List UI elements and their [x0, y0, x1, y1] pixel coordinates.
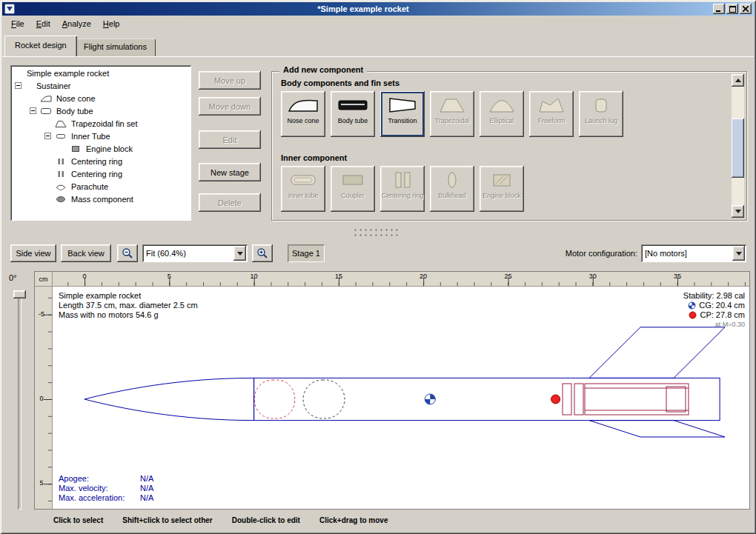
cg-value: CG: 20.4 cm: [699, 301, 745, 310]
minimize-button[interactable]: [713, 4, 725, 14]
magnifier-minus-icon: [122, 247, 133, 259]
rocket-canvas[interactable]: Simple example rocket Length 37.5 cm, ma…: [53, 287, 749, 509]
motor-mount-assembly[interactable]: [563, 384, 689, 415]
collapse-icon[interactable]: [44, 133, 51, 139]
title-bar[interactable]: *Simple example rocket: [2, 2, 754, 16]
rotation-slider-thumb[interactable]: [13, 290, 26, 298]
inner-tube-icon: [55, 132, 67, 141]
delete-button[interactable]: Delete: [199, 193, 261, 212]
combo-dropdown-button[interactable]: [233, 246, 246, 261]
component-tree: Simple example rocket Sustainer Nose con…: [10, 65, 191, 221]
add-coupler-button[interactable]: Coupler: [331, 166, 375, 212]
arrow-down-icon: [735, 210, 741, 216]
window-menu-icon[interactable]: [4, 4, 15, 14]
side-view-button[interactable]: Side view: [10, 244, 56, 262]
add-inner-tube-button[interactable]: Inner tube: [281, 166, 325, 212]
tree-row[interactable]: Simple example rocket: [10, 67, 191, 79]
rocket-fin-top[interactable]: [589, 327, 725, 378]
component-panel-scrollbar[interactable]: [732, 74, 744, 218]
cg-legend-icon: [688, 301, 696, 310]
stage-1-toggle[interactable]: Stage 1: [288, 244, 325, 262]
new-stage-button[interactable]: New stage: [199, 163, 261, 181]
add-nose-cone-button[interactable]: Nose cone: [281, 91, 325, 137]
menu-file[interactable]: File: [5, 17, 30, 31]
tab-rocket-design[interactable]: Rocket design: [4, 36, 77, 56]
motor-configuration-combobox[interactable]: [No motors]: [641, 244, 746, 262]
tree-row[interactable]: Inner Tube: [10, 130, 191, 142]
zoom-in-button[interactable]: [252, 244, 273, 262]
tree-item-label: Parachute: [70, 182, 110, 191]
menu-help[interactable]: Help: [97, 17, 126, 31]
back-view-button[interactable]: Back view: [61, 244, 111, 262]
rocket-mass: Mass with no motors 54.6 g: [59, 310, 198, 320]
add-trapezoidal-fin-button[interactable]: Trapezoidal: [430, 91, 474, 137]
cp-value: CP: 27.8 cm: [700, 310, 745, 320]
max-acceleration-label: Max. acceleration:: [59, 493, 140, 503]
tree-item-label: Centering ring: [70, 170, 124, 178]
scrollbar-thumb[interactable]: [732, 119, 744, 178]
close-button[interactable]: [740, 4, 752, 14]
tree-row[interactable]: Centering ring: [10, 167, 191, 180]
collapse-icon[interactable]: [15, 82, 21, 89]
splitter-handle[interactable]: [351, 226, 399, 236]
rocket-fin-bottom[interactable]: [589, 421, 725, 437]
rocket-name: Simple example rocket: [59, 291, 198, 301]
engine-block-outline: [666, 387, 686, 412]
engine-block-icon: [485, 170, 518, 190]
chevron-down-icon: [237, 252, 243, 258]
rotation-angle-label: 0°: [9, 273, 17, 282]
move-down-button[interactable]: Move down: [199, 97, 261, 116]
zoom-out-button[interactable]: [117, 244, 138, 262]
menu-edit[interactable]: Edit: [30, 17, 56, 31]
ruler-tick-label: 0: [82, 273, 86, 280]
inner-tube-icon: [287, 170, 319, 190]
tree-row[interactable]: Centering ring: [10, 155, 191, 167]
ruler-tick-label: 0: [36, 395, 47, 402]
add-body-tube-button[interactable]: Body tube: [331, 91, 375, 137]
tree-row[interactable]: Parachute: [10, 180, 191, 193]
add-transition-button[interactable]: Transition: [380, 91, 425, 137]
tree-row[interactable]: Engine block: [10, 142, 191, 155]
mass-component-outline[interactable]: [303, 380, 345, 418]
scroll-down-button[interactable]: [732, 205, 744, 218]
add-freeform-fin-button[interactable]: Freeform: [529, 91, 574, 137]
add-bulkhead-button[interactable]: Bulkhead: [430, 166, 474, 212]
combo-dropdown-button[interactable]: [732, 246, 745, 261]
ruler-tick-label: 5: [168, 273, 171, 280]
edit-button[interactable]: Edit: [199, 130, 261, 149]
scroll-up-button[interactable]: [732, 74, 744, 87]
tree-item-label: Simple example rocket: [25, 69, 110, 78]
engine-block-icon: [70, 144, 82, 153]
rocket-body-tube[interactable]: [254, 378, 720, 420]
tree-item-label: Trapezoidal fin set: [70, 119, 139, 128]
add-elliptical-fin-button[interactable]: Elliptical: [480, 91, 524, 137]
add-component-title: Add new component: [279, 65, 367, 74]
body-tube-icon: [336, 95, 369, 116]
coupler-icon: [336, 170, 369, 190]
menu-analyze[interactable]: Analyze: [56, 17, 97, 31]
move-up-button[interactable]: Move up: [199, 71, 261, 90]
tab-flight-simulations[interactable]: Flight simulations: [75, 39, 156, 56]
maximize-button[interactable]: [726, 4, 738, 14]
elliptical-fin-icon: [485, 95, 518, 116]
tree-row[interactable]: Body tube: [10, 104, 191, 117]
centering-ring-outline: [563, 384, 571, 415]
add-centering-ring-button[interactable]: Centering ring: [380, 166, 425, 212]
tree-row[interactable]: Mass component: [10, 193, 191, 205]
tree-row[interactable]: Sustainer: [10, 79, 191, 92]
rocket-design-view: cm 0 5 10 15 20 25 30 35 -5 0 5: [34, 271, 750, 510]
collapse-icon[interactable]: [30, 107, 36, 114]
add-engine-block-button[interactable]: Engine block: [480, 166, 524, 212]
stability-value: Stability: 2.98 cal: [683, 291, 745, 301]
inner-component-label: Inner component: [281, 153, 347, 162]
hint-shift-click: Shift+click to select other: [122, 516, 212, 524]
mass-component-icon: [55, 195, 67, 204]
parachute-outline[interactable]: [255, 380, 295, 418]
rocket-nose-cone[interactable]: [84, 378, 254, 420]
add-launch-lug-button[interactable]: Launch lug: [579, 91, 623, 137]
zoom-level-combobox[interactable]: Fit (60.4%): [142, 244, 248, 262]
tree-row[interactable]: Nose cone: [10, 92, 191, 104]
openrocket-window: *Simple example rocket File Edit Analyze…: [0, 0, 756, 534]
rotation-slider-track[interactable]: [18, 290, 21, 510]
tree-row[interactable]: Trapezoidal fin set: [10, 117, 191, 130]
